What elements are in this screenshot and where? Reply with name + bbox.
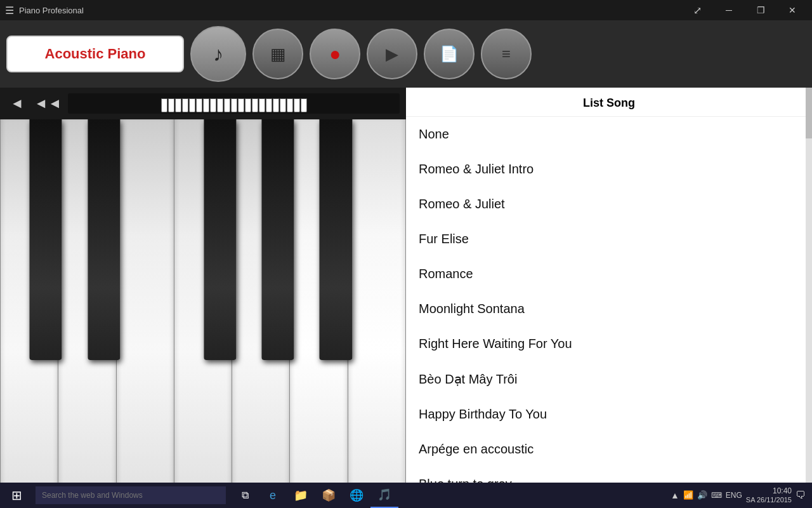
taskbar-store[interactable]: 📦 — [315, 483, 343, 508]
taskbar-explorer[interactable]: 📁 — [287, 483, 315, 508]
piano-section: ◄ ◄◄ C1 D1 E — [0, 88, 406, 508]
note-icon: ♪ — [213, 43, 223, 66]
record-icon: ● — [329, 43, 341, 65]
song-item-8[interactable]: Happy Birthday To You — [406, 397, 812, 432]
list-scrollbar[interactable] — [806, 88, 812, 508]
expand-button[interactable]: ⤢ — [683, 0, 712, 20]
song-item-9[interactable]: Arpége en accoustic — [406, 432, 812, 467]
taskbar-search[interactable] — [36, 486, 226, 504]
keyboard-wrapper: C1 D1 E1 F1 G1 — [0, 119, 406, 508]
date-display: SA 26/11/2015 — [746, 496, 792, 504]
key-fs1[interactable] — [204, 119, 236, 360]
song-item-4[interactable]: Romance — [406, 257, 812, 291]
instrument-button[interactable]: Acoustic Piano — [6, 36, 184, 72]
song-item-6[interactable]: Right Here Waiting For You — [406, 326, 812, 361]
key-b1[interactable] — [348, 119, 406, 508]
main-area: ◄ ◄◄ C1 D1 E — [0, 88, 812, 508]
scroll-left-fast-button[interactable]: ◄◄ — [30, 93, 66, 114]
mini-keyboard-preview — [68, 93, 400, 114]
song-item-2[interactable]: Romeo & Juliet — [406, 187, 812, 222]
taskbar-edge[interactable]: e — [259, 483, 287, 508]
start-button[interactable]: ⊞ — [0, 483, 33, 508]
key-e1[interactable]: E1 — [116, 119, 174, 508]
titlebar-left: ☰ Piano Profesional — [5, 4, 84, 17]
song-list[interactable]: NoneRomeo & Juliet IntroRomeo & JulietFu… — [406, 117, 812, 508]
network-icon[interactable]: 📶 — [683, 490, 693, 500]
key-ds1[interactable] — [88, 119, 120, 360]
play-icon: ▶ — [386, 44, 398, 64]
doc-button[interactable]: 📄 — [424, 29, 475, 79]
notification-icon[interactable]: ▲ — [671, 490, 679, 500]
key-gs1[interactable] — [261, 119, 294, 360]
note-button[interactable]: ♪ — [190, 26, 246, 82]
list-panel: List Song NoneRomeo & Juliet IntroRomeo … — [406, 88, 812, 508]
volume-icon[interactable]: 🔊 — [697, 490, 707, 500]
song-item-1[interactable]: Romeo & Juliet Intro — [406, 152, 812, 187]
menu-icon[interactable]: ☰ — [5, 4, 14, 17]
titlebar: ☰ Piano Profesional ⤢ ─ ❐ ✕ — [0, 0, 812, 20]
taskbar-task-view[interactable]: ⧉ — [231, 483, 259, 508]
taskbar-chrome[interactable]: 🌐 — [343, 483, 370, 508]
piano-grid-button[interactable]: ▦ — [252, 29, 303, 79]
time-display: 10:40 — [746, 486, 792, 495]
taskbar-right: ▲ 📶 🔊 ⌨ ENG 10:40 SA 26/11/2015 🗨 — [671, 486, 812, 504]
keyboard-container: C1 D1 E1 F1 G1 — [0, 119, 406, 508]
list-scrollbar-thumb[interactable] — [806, 88, 812, 138]
song-item-0[interactable]: None — [406, 117, 812, 152]
titlebar-controls: ⤢ ─ ❐ ✕ — [683, 0, 807, 20]
play-button[interactable]: ▶ — [367, 29, 417, 79]
record-button[interactable]: ● — [310, 29, 360, 79]
clock[interactable]: 10:40 SA 26/11/2015 — [746, 486, 792, 504]
lang-indicator[interactable]: ENG — [726, 491, 742, 500]
doc-icon: 📄 — [440, 45, 459, 63]
piano-grid-icon: ▦ — [270, 44, 286, 64]
taskbar-piano-app[interactable]: 🎵 — [370, 483, 398, 508]
titlebar-title: Piano Profesional — [19, 6, 84, 15]
list-icon: ≡ — [502, 45, 511, 63]
key-cs1[interactable] — [30, 119, 62, 360]
ime-icon[interactable]: ⌨ — [711, 491, 722, 500]
song-item-5[interactable]: Moonlight Sontana — [406, 291, 812, 326]
minimize-button[interactable]: ─ — [714, 0, 743, 20]
list-button[interactable]: ≡ — [481, 29, 532, 79]
instrument-name: Acoustic Piano — [45, 46, 146, 62]
taskbar-apps: ⧉ e 📁 📦 🌐 🎵 — [231, 483, 398, 508]
song-item-3[interactable]: Fur Elise — [406, 222, 812, 257]
toolbar: Acoustic Piano ♪ ▦ ● ▶ 📄 ≡ — [0, 20, 812, 88]
close-button[interactable]: ✕ — [778, 0, 807, 20]
scroll-left-button[interactable]: ◄ — [6, 93, 28, 114]
key-as1[interactable] — [320, 119, 352, 360]
song-item-7[interactable]: Bèo Dạt Mây Trôi — [406, 361, 812, 397]
taskbar: ⊞ ⧉ e 📁 📦 🌐 🎵 ▲ 📶 🔊 ⌨ ENG 10:40 SA 26/11… — [0, 483, 812, 508]
action-center-icon[interactable]: 🗨 — [796, 490, 806, 501]
restore-button[interactable]: ❐ — [746, 0, 775, 20]
piano-controls: ◄ ◄◄ — [0, 88, 406, 119]
list-title: List Song — [406, 88, 812, 117]
